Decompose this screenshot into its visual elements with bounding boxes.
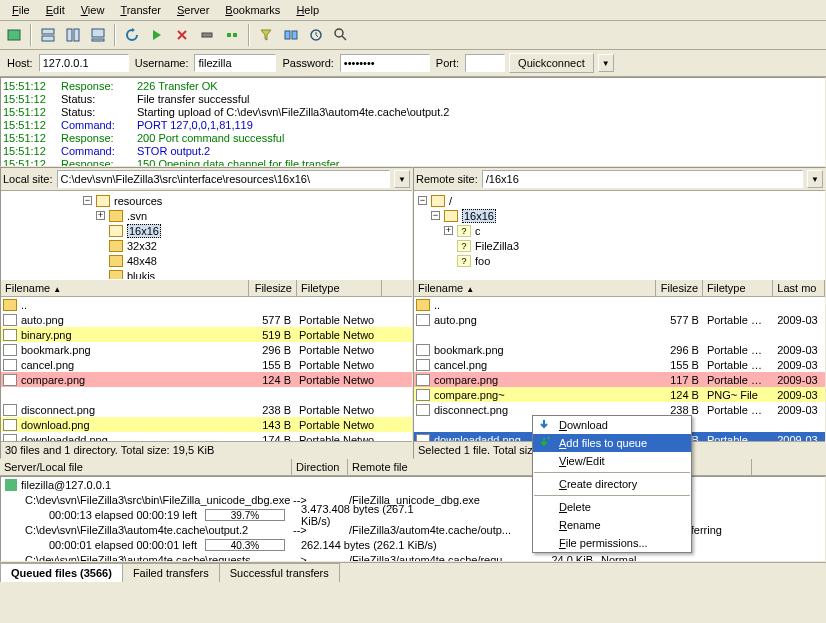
remote-tree[interactable]: −/−16x16+?c?FileZilla3?foo xyxy=(414,191,825,279)
remote-path-dropdown[interactable]: ▼ xyxy=(807,170,823,188)
tree-item[interactable]: 16x16 xyxy=(3,223,410,238)
quickconnect-button[interactable]: Quickconnect xyxy=(509,53,594,73)
username-input[interactable] xyxy=(194,54,276,72)
file-row[interactable]: .. xyxy=(1,297,412,312)
menu-server[interactable]: Server xyxy=(169,2,217,18)
local-file-list[interactable]: ..auto.png577 BPortable Netwobinary.png5… xyxy=(1,297,412,441)
file-row[interactable]: compare.png117 BPortable Ne...2009-03 xyxy=(414,372,825,387)
tree-item[interactable]: blukis xyxy=(3,268,410,279)
process-queue-button[interactable] xyxy=(146,24,168,46)
expander-icon[interactable]: + xyxy=(444,226,453,235)
tree-item[interactable]: −16x16 xyxy=(416,208,823,223)
ctx-item[interactable]: Create directory xyxy=(533,475,691,493)
file-row[interactable] xyxy=(414,327,825,342)
ctx-item[interactable]: Rename xyxy=(533,516,691,534)
queue-row[interactable]: 00:00:01 elapsed 00:00:01 left40.3%262.1… xyxy=(1,537,825,552)
folder-icon xyxy=(109,270,123,280)
file-row[interactable]: auto.png577 BPortable Ne...2009-03 xyxy=(414,312,825,327)
tree-item[interactable]: +.svn xyxy=(3,208,410,223)
refresh-button[interactable] xyxy=(121,24,143,46)
tree-item[interactable]: ?FileZilla3 xyxy=(416,238,823,253)
expander-icon[interactable]: + xyxy=(96,211,105,220)
local-site-label: Local site: xyxy=(3,173,53,185)
expander-icon[interactable]: − xyxy=(83,196,92,205)
queue-server[interactable]: filezilla@127.0.0.1 xyxy=(1,477,825,492)
ctx-item[interactable]: View/Edit xyxy=(533,452,691,470)
username-label: Username: xyxy=(133,57,191,69)
expander-icon[interactable]: − xyxy=(431,211,440,220)
file-row[interactable]: download.png143 BPortable Netwo xyxy=(1,417,412,432)
queue-tab[interactable]: Queued files (3566) xyxy=(0,563,123,582)
file-row[interactable]: downloadadd.png174 BPortable Netwo xyxy=(1,432,412,441)
file-icon xyxy=(3,359,17,371)
queue-header[interactable]: Server/Local fileDirectionRemote file xyxy=(0,459,826,476)
file-row[interactable] xyxy=(1,387,412,402)
disconnect-button[interactable] xyxy=(196,24,218,46)
file-row[interactable]: cancel.png155 BPortable Ne...2009-03 xyxy=(414,357,825,372)
queue-tabs: Queued files (3566)Failed transfersSucce… xyxy=(0,562,826,582)
search-button[interactable] xyxy=(330,24,352,46)
reconnect-button[interactable] xyxy=(221,24,243,46)
tree-item[interactable]: ?foo xyxy=(416,253,823,268)
host-input[interactable] xyxy=(39,54,129,72)
queue-row[interactable]: C:\dev\svn\FileZilla3\autom4te.cache\out… xyxy=(1,522,825,537)
sitemanager-button[interactable] xyxy=(3,24,25,46)
cancel-button[interactable] xyxy=(171,24,193,46)
menu-file[interactable]: File xyxy=(4,2,38,18)
filter-button[interactable] xyxy=(255,24,277,46)
tree-item[interactable]: 48x48 xyxy=(3,253,410,268)
transfer-queue[interactable]: filezilla@127.0.0.1C:\dev\svn\FileZilla3… xyxy=(0,476,826,562)
menu-bookmarks[interactable]: Bookmarks xyxy=(217,2,288,18)
queue-row[interactable]: C:\dev\svn\FileZilla3\autom4te.cache\req… xyxy=(1,552,825,562)
menu-edit[interactable]: Edit xyxy=(38,2,73,18)
svg-rect-0 xyxy=(8,30,20,40)
ctx-item[interactable]: Delete xyxy=(533,498,691,516)
file-row[interactable]: bookmark.png296 BPortable Ne...2009-03 xyxy=(414,342,825,357)
toolbar xyxy=(0,21,826,50)
file-row[interactable]: auto.png577 BPortable Netwo xyxy=(1,312,412,327)
tree-item[interactable]: 32x32 xyxy=(3,238,410,253)
file-icon xyxy=(416,389,430,401)
toggle-queue-button[interactable] xyxy=(87,24,109,46)
svg-rect-6 xyxy=(92,39,104,41)
port-input[interactable] xyxy=(465,54,505,72)
svg-rect-9 xyxy=(233,33,237,37)
local-path-dropdown[interactable]: ▼ xyxy=(394,170,410,188)
queue-tab[interactable]: Failed transfers xyxy=(122,563,220,582)
queue-row[interactable]: 00:00:13 elapsed 00:00:19 left39.7%3.473… xyxy=(1,507,825,522)
log-line: 15:51:12Command:STOR output.2 xyxy=(3,145,823,158)
message-log[interactable]: 15:51:12Response:226 Transfer OK15:51:12… xyxy=(0,77,826,167)
progress-bar: 40.3% xyxy=(205,539,285,551)
compare-button[interactable] xyxy=(280,24,302,46)
menu-transfer[interactable]: Transfer xyxy=(112,2,169,18)
menu-view[interactable]: View xyxy=(73,2,113,18)
local-tree[interactable]: −resources+.svn16x1632x3248x48blukis xyxy=(1,191,412,279)
file-row[interactable]: compare.png124 BPortable Netwo xyxy=(1,372,412,387)
expander-icon[interactable]: − xyxy=(418,196,427,205)
local-path-input[interactable] xyxy=(57,170,390,188)
file-row[interactable]: binary.png519 BPortable Netwo xyxy=(1,327,412,342)
remote-file-header[interactable]: Filename ▲FilesizeFiletypeLast mo xyxy=(414,279,825,297)
queue-tab[interactable]: Successful transfers xyxy=(219,563,340,582)
ctx-item[interactable]: Download xyxy=(533,416,691,434)
tree-item[interactable]: −resources xyxy=(3,193,410,208)
quickconnect-dropdown[interactable]: ▼ xyxy=(598,54,614,72)
file-icon xyxy=(416,314,430,326)
local-file-header[interactable]: Filename ▲FilesizeFiletype xyxy=(1,279,412,297)
file-row[interactable]: cancel.png155 BPortable Netwo xyxy=(1,357,412,372)
remote-path-input[interactable] xyxy=(482,170,803,188)
file-row[interactable]: compare.png~124 BPNG~ File2009-03 xyxy=(414,387,825,402)
password-input[interactable] xyxy=(340,54,430,72)
tree-item[interactable]: +?c xyxy=(416,223,823,238)
sync-browse-button[interactable] xyxy=(305,24,327,46)
ctx-item[interactable]: File permissions... xyxy=(533,534,691,552)
toggle-log-button[interactable] xyxy=(37,24,59,46)
file-row[interactable]: disconnect.png238 BPortable Netwo xyxy=(1,402,412,417)
file-row[interactable]: .. xyxy=(414,297,825,312)
menu-help[interactable]: Help xyxy=(288,2,327,18)
file-row[interactable]: bookmark.png296 BPortable Netwo xyxy=(1,342,412,357)
ctx-item[interactable]: Add files to queue xyxy=(533,434,691,452)
log-line: 15:51:12Response:200 Port command succes… xyxy=(3,132,823,145)
tree-item[interactable]: −/ xyxy=(416,193,823,208)
toggle-tree-button[interactable] xyxy=(62,24,84,46)
